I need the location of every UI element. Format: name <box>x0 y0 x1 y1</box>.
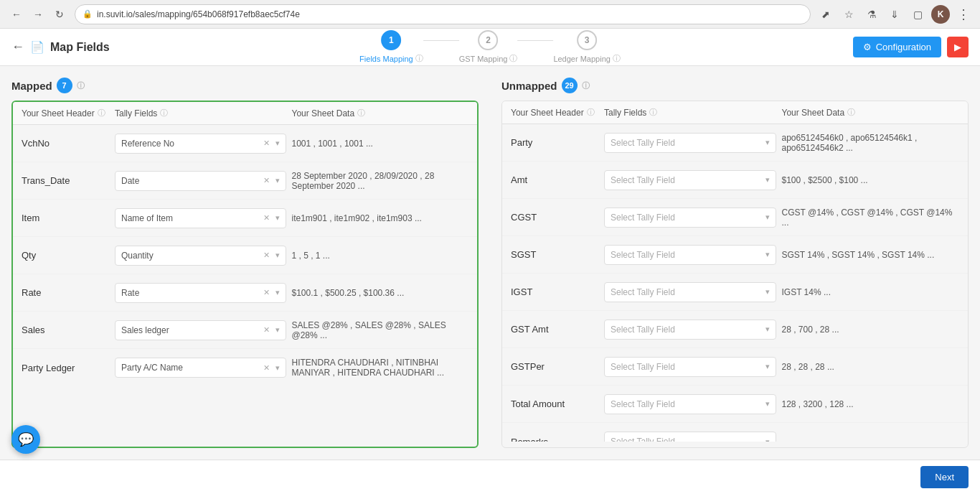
unmapped-tally-select-3[interactable]: Select Tally Field ▾ <box>604 245 782 265</box>
profile-button[interactable]: K <box>931 5 950 24</box>
unmapped-tally-select-8[interactable]: Select Tally Field ▾ <box>604 432 782 442</box>
unmapped-table-container: Your Sheet Header ⓘ Tally Fields ⓘ Your … <box>501 101 969 448</box>
unmapped-sheet-header-3: SGST <box>511 249 604 260</box>
clear-icon-2[interactable]: ✕ <box>263 213 270 223</box>
extensions-button[interactable]: ⚗ <box>862 5 881 24</box>
unmapped-tally-dropdown-0[interactable]: Select Tally Field ▾ <box>604 133 776 153</box>
unmapped-col-tally: Tally Fields ⓘ <box>604 107 782 118</box>
clear-icon-4[interactable]: ✕ <box>263 288 270 297</box>
unmapped-tally-select-2[interactable]: Select Tally Field ▾ <box>604 208 782 228</box>
youtube-button[interactable]: ▶ <box>947 37 969 57</box>
mapped-tally-dropdown-0[interactable]: Reference No ✕ ▾ <box>115 134 286 154</box>
mapped-col-sheet-header: Your Sheet Header ⓘ <box>22 108 115 118</box>
mapped-sheet-header-1: Trans_Date <box>22 175 115 186</box>
mapped-tally-select-2[interactable]: Name of Item ✕ ▾ <box>115 208 292 228</box>
unmapped-chevron-icon-7: ▾ <box>765 399 770 409</box>
unmapped-tally-dropdown-3[interactable]: Select Tally Field ▾ <box>604 245 776 265</box>
step-2[interactable]: 2 GST Mapping ⓘ <box>459 30 518 64</box>
mapped-tally-dropdown-4[interactable]: Rate ✕ ▾ <box>115 283 286 303</box>
step-connector-2 <box>517 40 553 41</box>
download-button[interactable]: ⇓ <box>885 5 904 24</box>
mapped-tally-dropdown-6[interactable]: Party A/C Name ✕ ▾ <box>115 358 286 378</box>
chat-bubble-button[interactable]: 💬 <box>11 425 40 454</box>
step-2-label: GST Mapping ⓘ <box>459 53 518 64</box>
mapped-tally-dropdown-3[interactable]: Quantity ✕ ▾ <box>115 246 286 266</box>
bookmark-button[interactable]: ☆ <box>839 5 858 24</box>
clear-icon-6[interactable]: ✕ <box>263 363 270 373</box>
unmapped-data-0: apo65124546k0 , apo65124546k1 , apo65124… <box>782 133 960 153</box>
unmapped-tally-dropdown-2[interactable]: Select Tally Field ▾ <box>604 208 776 228</box>
next-button[interactable]: Next <box>920 466 969 488</box>
page-back-button[interactable]: ← <box>11 39 24 55</box>
unmapped-tally-dropdown-6[interactable]: Select Tally Field ▾ <box>604 357 776 377</box>
unmapped-data-5: 28 , 700 , 28 ... <box>782 325 960 335</box>
mapped-tally-select-0[interactable]: Reference No ✕ ▾ <box>115 134 292 154</box>
step-1[interactable]: 1 Fields Mapping ⓘ <box>359 30 423 64</box>
unmapped-title: Unmapped 29 ⓘ <box>501 78 969 93</box>
mapped-sheet-header-6: Party Ledger <box>22 363 115 373</box>
mapped-sheet-header-4: Rate <box>22 287 115 298</box>
browser-actions: ⬈ ☆ ⚗ ⇓ ▢ K ⋮ <box>816 5 973 24</box>
unmapped-sheet-header-6: GSTPer <box>511 361 604 372</box>
mapped-tally-select-3[interactable]: Quantity ✕ ▾ <box>115 246 292 266</box>
mapped-tally-dropdown-1[interactable]: Date ✕ ▾ <box>115 171 286 191</box>
unmapped-tally-select-4[interactable]: Select Tally Field ▾ <box>604 282 782 302</box>
mapped-sheet-header-5: Sales <box>22 325 115 335</box>
mapped-tally-select-4[interactable]: Rate ✕ ▾ <box>115 283 292 303</box>
unmapped-tally-dropdown-1[interactable]: Select Tally Field ▾ <box>604 170 776 190</box>
mapped-tally-select-5[interactable]: Sales ledger ✕ ▾ <box>115 320 292 340</box>
reload-button[interactable]: ↻ <box>50 5 69 24</box>
mapped-table-row: Trans_Date Date ✕ ▾ 28 September 2020 , … <box>13 162 477 200</box>
unmapped-table-row: Party Select Tally Field ▾ apo65124546k0… <box>502 124 968 162</box>
unmapped-table-row: Remarks Select Tally Field ▾ <box>502 423 968 442</box>
configuration-button[interactable]: ⚙ Configuration <box>853 37 941 57</box>
unmapped-sheet-header-5: GST Amt <box>511 324 604 335</box>
secure-icon: 🔒 <box>83 9 93 19</box>
clear-icon-1[interactable]: ✕ <box>263 176 270 185</box>
clear-icon-5[interactable]: ✕ <box>263 325 270 335</box>
mapped-tally-dropdown-2[interactable]: Name of Item ✕ ▾ <box>115 208 286 228</box>
unmapped-tally-select-0[interactable]: Select Tally Field ▾ <box>604 133 782 153</box>
forward-nav-button[interactable]: → <box>29 5 47 24</box>
step-3[interactable]: 3 Ledger Mapping ⓘ <box>553 30 621 64</box>
mapped-tally-select-1[interactable]: Date ✕ ▾ <box>115 171 292 191</box>
share-button[interactable]: ⬈ <box>816 5 835 24</box>
unmapped-tally-select-7[interactable]: Select Tally Field ▾ <box>604 394 782 414</box>
mapped-info-icon: ⓘ <box>77 80 85 91</box>
unmapped-tally-dropdown-5[interactable]: Select Tally Field ▾ <box>604 320 776 340</box>
step-3-info-icon: ⓘ <box>613 53 621 64</box>
unmapped-data-4: IGST 14% ... <box>782 287 960 297</box>
mapped-data-2: ite1m901 , ite1m902 , ite1m903 ... <box>292 213 469 223</box>
unmapped-badge: 29 <box>562 78 578 93</box>
unmapped-tally-dropdown-4[interactable]: Select Tally Field ▾ <box>604 282 776 302</box>
mapped-sheet-header-0: VchNo <box>22 138 115 149</box>
menu-button[interactable]: ⋮ <box>954 5 973 24</box>
unmapped-tally-select-5[interactable]: Select Tally Field ▾ <box>604 320 782 340</box>
chevron-icon-0: ▾ <box>275 139 280 148</box>
unmapped-chevron-icon-2: ▾ <box>765 213 770 222</box>
unmapped-data-7: 128 , 3200 , 128 ... <box>782 399 960 409</box>
mapped-data-4: $100.1 , $500.25 , $100.36 ... <box>292 288 469 298</box>
url-bar[interactable]: 🔒 in.suvit.io/sales/mapping/654b068f917e… <box>75 4 811 24</box>
clear-icon-0[interactable]: ✕ <box>263 139 270 148</box>
clear-icon-3[interactable]: ✕ <box>263 251 270 260</box>
unmapped-chevron-icon-5: ▾ <box>765 325 770 334</box>
mapped-tally-dropdown-5[interactable]: Sales ledger ✕ ▾ <box>115 320 286 340</box>
unmapped-tally-dropdown-7[interactable]: Select Tally Field ▾ <box>604 394 776 414</box>
step-3-label: Ledger Mapping ⓘ <box>553 53 621 64</box>
window-button[interactable]: ▢ <box>908 5 927 24</box>
unmapped-table-body: Party Select Tally Field ▾ apo65124546k0… <box>502 124 968 442</box>
back-nav-button[interactable]: ← <box>7 5 26 24</box>
mapped-col-3-info: ⓘ <box>357 108 365 118</box>
unmapped-col-2-info: ⓘ <box>649 107 657 118</box>
page-icon: 📄 <box>30 40 44 54</box>
unmapped-col-3-info: ⓘ <box>847 107 855 118</box>
url-text: in.suvit.io/sales/mapping/654b068f917efb… <box>97 9 300 19</box>
unmapped-table-row: Total Amount Select Tally Field ▾ 128 , … <box>502 386 968 423</box>
unmapped-tally-dropdown-8[interactable]: Select Tally Field ▾ <box>604 432 776 442</box>
unmapped-tally-select-1[interactable]: Select Tally Field ▾ <box>604 170 782 190</box>
mapped-tally-select-6[interactable]: Party A/C Name ✕ ▾ <box>115 358 292 378</box>
unmapped-tally-select-6[interactable]: Select Tally Field ▾ <box>604 357 782 377</box>
unmapped-data-1: $100 , $2500 , $100 ... <box>782 175 960 185</box>
mapped-table-container: Your Sheet Header ⓘ Tally Fields ⓘ Your … <box>11 101 479 448</box>
